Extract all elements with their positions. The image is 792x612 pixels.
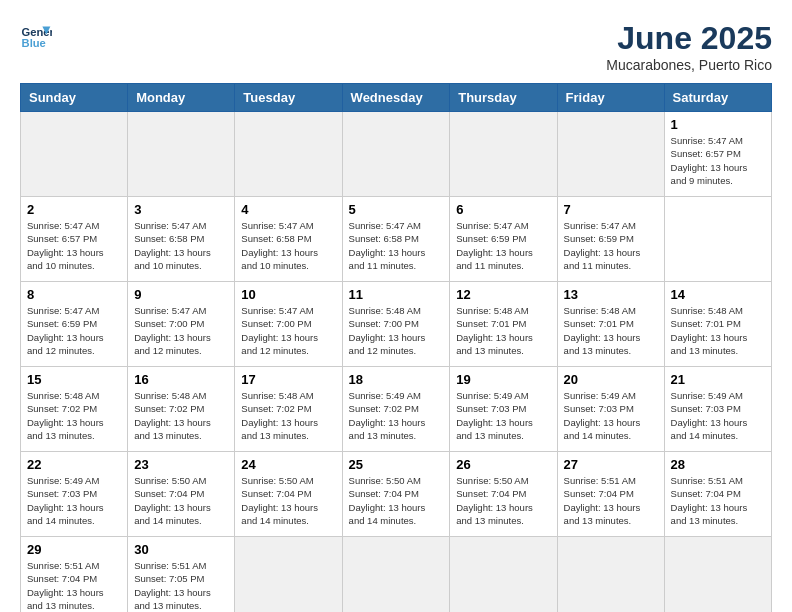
col-friday: Friday bbox=[557, 84, 664, 112]
day-number: 7 bbox=[564, 202, 658, 217]
table-row: 24Sunrise: 5:50 AMSunset: 7:04 PMDayligh… bbox=[235, 452, 342, 537]
table-row bbox=[128, 112, 235, 197]
day-number: 27 bbox=[564, 457, 658, 472]
col-thursday: Thursday bbox=[450, 84, 557, 112]
day-number: 22 bbox=[27, 457, 121, 472]
title-area: June 2025 Mucarabones, Puerto Rico bbox=[606, 20, 772, 73]
table-row: 6Sunrise: 5:47 AMSunset: 6:59 PMDaylight… bbox=[450, 197, 557, 282]
day-info: Sunrise: 5:51 AMSunset: 7:05 PMDaylight:… bbox=[134, 559, 228, 612]
day-number: 11 bbox=[349, 287, 444, 302]
table-row bbox=[557, 537, 664, 613]
table-row bbox=[450, 537, 557, 613]
day-info: Sunrise: 5:47 AMSunset: 6:59 PMDaylight:… bbox=[27, 304, 121, 357]
table-row: 21Sunrise: 5:49 AMSunset: 7:03 PMDayligh… bbox=[664, 367, 771, 452]
day-info: Sunrise: 5:51 AMSunset: 7:04 PMDaylight:… bbox=[27, 559, 121, 612]
day-number: 13 bbox=[564, 287, 658, 302]
col-saturday: Saturday bbox=[664, 84, 771, 112]
calendar-table: Sunday Monday Tuesday Wednesday Thursday… bbox=[20, 83, 772, 612]
table-row: 23Sunrise: 5:50 AMSunset: 7:04 PMDayligh… bbox=[128, 452, 235, 537]
table-row: 18Sunrise: 5:49 AMSunset: 7:02 PMDayligh… bbox=[342, 367, 450, 452]
table-row bbox=[450, 112, 557, 197]
table-row: 30Sunrise: 5:51 AMSunset: 7:05 PMDayligh… bbox=[128, 537, 235, 613]
day-info: Sunrise: 5:47 AMSunset: 7:00 PMDaylight:… bbox=[134, 304, 228, 357]
day-info: Sunrise: 5:48 AMSunset: 7:02 PMDaylight:… bbox=[241, 389, 335, 442]
day-number: 28 bbox=[671, 457, 765, 472]
day-number: 9 bbox=[134, 287, 228, 302]
day-number: 30 bbox=[134, 542, 228, 557]
table-row: 19Sunrise: 5:49 AMSunset: 7:03 PMDayligh… bbox=[450, 367, 557, 452]
day-info: Sunrise: 5:51 AMSunset: 7:04 PMDaylight:… bbox=[564, 474, 658, 527]
day-info: Sunrise: 5:50 AMSunset: 7:04 PMDaylight:… bbox=[456, 474, 550, 527]
table-row: 15Sunrise: 5:48 AMSunset: 7:02 PMDayligh… bbox=[21, 367, 128, 452]
calendar-subtitle: Mucarabones, Puerto Rico bbox=[606, 57, 772, 73]
day-info: Sunrise: 5:51 AMSunset: 7:04 PMDaylight:… bbox=[671, 474, 765, 527]
day-number: 4 bbox=[241, 202, 335, 217]
day-info: Sunrise: 5:47 AMSunset: 6:59 PMDaylight:… bbox=[456, 219, 550, 272]
table-row: 4Sunrise: 5:47 AMSunset: 6:58 PMDaylight… bbox=[235, 197, 342, 282]
day-info: Sunrise: 5:47 AMSunset: 6:58 PMDaylight:… bbox=[349, 219, 444, 272]
day-info: Sunrise: 5:49 AMSunset: 7:03 PMDaylight:… bbox=[27, 474, 121, 527]
col-wednesday: Wednesday bbox=[342, 84, 450, 112]
table-row: 20Sunrise: 5:49 AMSunset: 7:03 PMDayligh… bbox=[557, 367, 664, 452]
col-sunday: Sunday bbox=[21, 84, 128, 112]
table-row: 26Sunrise: 5:50 AMSunset: 7:04 PMDayligh… bbox=[450, 452, 557, 537]
day-number: 20 bbox=[564, 372, 658, 387]
day-info: Sunrise: 5:49 AMSunset: 7:03 PMDaylight:… bbox=[456, 389, 550, 442]
table-row: 29Sunrise: 5:51 AMSunset: 7:04 PMDayligh… bbox=[21, 537, 128, 613]
day-info: Sunrise: 5:48 AMSunset: 7:01 PMDaylight:… bbox=[671, 304, 765, 357]
table-row bbox=[235, 112, 342, 197]
day-number: 6 bbox=[456, 202, 550, 217]
day-info: Sunrise: 5:49 AMSunset: 7:03 PMDaylight:… bbox=[564, 389, 658, 442]
table-row: 3Sunrise: 5:47 AMSunset: 6:58 PMDaylight… bbox=[128, 197, 235, 282]
logo-icon: General Blue bbox=[20, 20, 52, 52]
day-number: 3 bbox=[134, 202, 228, 217]
table-row: 1Sunrise: 5:47 AMSunset: 6:57 PMDaylight… bbox=[664, 112, 771, 197]
day-info: Sunrise: 5:49 AMSunset: 7:03 PMDaylight:… bbox=[671, 389, 765, 442]
day-number: 12 bbox=[456, 287, 550, 302]
table-row bbox=[342, 537, 450, 613]
day-number: 10 bbox=[241, 287, 335, 302]
day-number: 26 bbox=[456, 457, 550, 472]
day-number: 16 bbox=[134, 372, 228, 387]
day-number: 5 bbox=[349, 202, 444, 217]
table-row bbox=[664, 537, 771, 613]
day-number: 19 bbox=[456, 372, 550, 387]
day-number: 17 bbox=[241, 372, 335, 387]
table-row: 28Sunrise: 5:51 AMSunset: 7:04 PMDayligh… bbox=[664, 452, 771, 537]
table-row: 14Sunrise: 5:48 AMSunset: 7:01 PMDayligh… bbox=[664, 282, 771, 367]
page-header: General Blue June 2025 Mucarabones, Puer… bbox=[20, 20, 772, 73]
table-row bbox=[342, 112, 450, 197]
col-tuesday: Tuesday bbox=[235, 84, 342, 112]
day-info: Sunrise: 5:47 AMSunset: 6:58 PMDaylight:… bbox=[134, 219, 228, 272]
table-row bbox=[557, 112, 664, 197]
day-number: 23 bbox=[134, 457, 228, 472]
table-row: 27Sunrise: 5:51 AMSunset: 7:04 PMDayligh… bbox=[557, 452, 664, 537]
day-number: 18 bbox=[349, 372, 444, 387]
table-row: 7Sunrise: 5:47 AMSunset: 6:59 PMDaylight… bbox=[557, 197, 664, 282]
table-row bbox=[235, 537, 342, 613]
table-row: 13Sunrise: 5:48 AMSunset: 7:01 PMDayligh… bbox=[557, 282, 664, 367]
day-info: Sunrise: 5:49 AMSunset: 7:02 PMDaylight:… bbox=[349, 389, 444, 442]
day-number: 8 bbox=[27, 287, 121, 302]
day-info: Sunrise: 5:47 AMSunset: 6:59 PMDaylight:… bbox=[564, 219, 658, 272]
table-row: 2Sunrise: 5:47 AMSunset: 6:57 PMDaylight… bbox=[21, 197, 128, 282]
day-info: Sunrise: 5:47 AMSunset: 7:00 PMDaylight:… bbox=[241, 304, 335, 357]
day-number: 2 bbox=[27, 202, 121, 217]
day-info: Sunrise: 5:48 AMSunset: 7:00 PMDaylight:… bbox=[349, 304, 444, 357]
table-row: 22Sunrise: 5:49 AMSunset: 7:03 PMDayligh… bbox=[21, 452, 128, 537]
table-row: 10Sunrise: 5:47 AMSunset: 7:00 PMDayligh… bbox=[235, 282, 342, 367]
day-number: 29 bbox=[27, 542, 121, 557]
table-row: 5Sunrise: 5:47 AMSunset: 6:58 PMDaylight… bbox=[342, 197, 450, 282]
day-number: 1 bbox=[671, 117, 765, 132]
header-row: Sunday Monday Tuesday Wednesday Thursday… bbox=[21, 84, 772, 112]
svg-text:Blue: Blue bbox=[22, 37, 46, 49]
table-row: 12Sunrise: 5:48 AMSunset: 7:01 PMDayligh… bbox=[450, 282, 557, 367]
day-info: Sunrise: 5:50 AMSunset: 7:04 PMDaylight:… bbox=[241, 474, 335, 527]
day-number: 25 bbox=[349, 457, 444, 472]
day-info: Sunrise: 5:50 AMSunset: 7:04 PMDaylight:… bbox=[349, 474, 444, 527]
day-info: Sunrise: 5:48 AMSunset: 7:02 PMDaylight:… bbox=[134, 389, 228, 442]
day-info: Sunrise: 5:48 AMSunset: 7:01 PMDaylight:… bbox=[456, 304, 550, 357]
table-row: 17Sunrise: 5:48 AMSunset: 7:02 PMDayligh… bbox=[235, 367, 342, 452]
logo: General Blue bbox=[20, 20, 52, 52]
day-info: Sunrise: 5:47 AMSunset: 6:57 PMDaylight:… bbox=[27, 219, 121, 272]
